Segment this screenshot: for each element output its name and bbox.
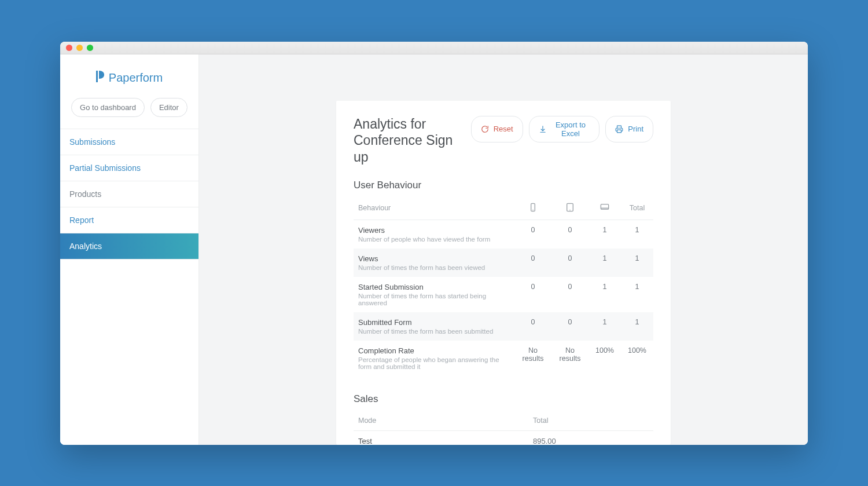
cell-desktop: 1 <box>589 312 621 341</box>
cell-mobile: 0 <box>514 312 551 341</box>
sidebar-item-analytics[interactable]: Analytics <box>60 233 198 260</box>
export-to-excel-button[interactable]: Export to Excel <box>529 116 600 142</box>
sidebar-nav: Submissions Partial Submissions Products… <box>60 129 198 260</box>
page-title-line1: Analytics for <box>354 116 426 131</box>
table-row: Started SubmissionNumber of times the fo… <box>354 277 653 312</box>
sidebar-buttons: Go to dashboard Editor <box>60 98 198 129</box>
sidebar: Paperform Go to dashboard Editor Submiss… <box>60 54 199 445</box>
cell-mobile: 0 <box>514 277 551 312</box>
brand: Paperform <box>60 54 198 98</box>
cell-total: 1 <box>621 220 653 249</box>
cell-total: 895.00 <box>510 430 653 444</box>
cell-tablet: 0 <box>551 249 589 277</box>
printer-icon <box>615 125 623 133</box>
user-behaviour-heading: User Behaviour <box>354 180 653 191</box>
table-row: Test 895.00 <box>354 430 653 444</box>
cell-tablet: 0 <box>551 220 589 249</box>
sidebar-item-label: Submissions <box>69 137 115 147</box>
row-label: Started Submission <box>358 283 510 291</box>
col-tablet <box>551 197 589 220</box>
sidebar-item-label: Report <box>69 215 94 225</box>
sidebar-item-label: Analytics <box>69 242 102 251</box>
cell-tablet: 0 <box>551 312 589 341</box>
cell-mobile: No results <box>514 341 551 376</box>
desktop-icon <box>593 203 616 212</box>
table-row: ViewersNumber of people who have viewed … <box>354 220 653 249</box>
print-button[interactable]: Print <box>605 116 653 142</box>
analytics-card: Analytics for Conference Sign up Reset <box>336 101 671 445</box>
app-window: Paperform Go to dashboard Editor Submiss… <box>60 42 808 445</box>
sales-table: Mode Total Test 895.00 Live 0.00 <box>354 411 653 445</box>
row-sub: Number of times the form has been viewed <box>358 264 510 271</box>
go-to-dashboard-button[interactable]: Go to dashboard <box>71 98 145 117</box>
col-total: Total <box>621 197 653 220</box>
cell-tablet: 0 <box>551 277 589 312</box>
col-desktop <box>589 197 621 220</box>
cell-total: 100% <box>621 341 653 376</box>
brand-logo-icon <box>96 71 104 85</box>
reset-label: Reset <box>494 125 513 133</box>
row-label: Completion Rate <box>358 346 510 355</box>
sidebar-item-products[interactable]: Products <box>60 181 198 207</box>
col-mode: Mode <box>354 411 510 431</box>
cell-total: 1 <box>621 312 653 341</box>
editor-button[interactable]: Editor <box>150 98 187 117</box>
cell-tablet: No results <box>551 341 589 376</box>
page-title: Analytics for Conference Sign up <box>354 116 464 166</box>
cell-desktop: 1 <box>589 220 621 249</box>
mobile-icon <box>519 203 547 212</box>
table-row: ViewsNumber of times the form has been v… <box>354 249 653 277</box>
cell-desktop: 1 <box>589 249 621 277</box>
cell-desktop: 1 <box>589 277 621 312</box>
window-close-icon[interactable] <box>66 45 72 51</box>
cell-total: 1 <box>621 249 653 277</box>
sales-heading: Sales <box>354 393 653 405</box>
sidebar-item-report[interactable]: Report <box>60 207 198 233</box>
col-total: Total <box>510 411 653 431</box>
page-title-line2: Conference Sign up <box>354 133 453 165</box>
user-behaviour-rows: ViewersNumber of people who have viewed … <box>354 220 653 376</box>
cell-mode: Test <box>354 430 510 444</box>
svg-rect-0 <box>96 71 98 82</box>
row-label: Viewers <box>358 226 510 235</box>
cell-total: 1 <box>621 277 653 312</box>
table-row: Submitted FormNumber of times the form h… <box>354 312 653 341</box>
sidebar-item-label: Partial Submissions <box>69 163 141 173</box>
export-label: Export to Excel <box>551 120 590 138</box>
window-maximize-icon[interactable] <box>87 45 93 51</box>
row-sub: Number of times the form has started bei… <box>358 293 510 306</box>
window-minimize-icon[interactable] <box>76 45 83 51</box>
cell-mobile: 0 <box>514 249 551 277</box>
window-titlebar <box>60 42 808 54</box>
tablet-icon <box>556 203 584 212</box>
row-label: Submitted Form <box>358 318 510 327</box>
row-sub: Percentage of people who began answering… <box>358 356 510 370</box>
col-behaviour: Behaviour <box>354 197 514 220</box>
row-sub: Number of times the form has been submit… <box>358 328 510 335</box>
user-behaviour-table: Behaviour <box>354 197 653 376</box>
sidebar-item-partial-submissions[interactable]: Partial Submissions <box>60 155 198 181</box>
card-header: Analytics for Conference Sign up Reset <box>354 116 653 166</box>
sidebar-item-label: Products <box>69 189 101 199</box>
refresh-icon <box>481 125 489 133</box>
header-actions: Reset Export to Excel Prin <box>471 116 653 142</box>
col-mobile <box>514 197 551 220</box>
svg-rect-7 <box>601 204 608 209</box>
table-row: Completion RatePercentage of people who … <box>354 341 653 376</box>
row-sub: Number of people who have viewed the for… <box>358 236 510 243</box>
print-label: Print <box>628 125 643 133</box>
app-body: Paperform Go to dashboard Editor Submiss… <box>60 54 808 445</box>
main-content: Analytics for Conference Sign up Reset <box>199 54 808 445</box>
row-label: Views <box>358 254 510 263</box>
reset-button[interactable]: Reset <box>471 116 523 142</box>
svg-rect-2 <box>617 130 621 133</box>
sidebar-item-submissions[interactable]: Submissions <box>60 129 198 155</box>
cell-desktop: 100% <box>589 341 621 376</box>
download-icon <box>539 125 547 133</box>
brand-name: Paperform <box>109 71 163 85</box>
cell-mobile: 0 <box>514 220 551 249</box>
